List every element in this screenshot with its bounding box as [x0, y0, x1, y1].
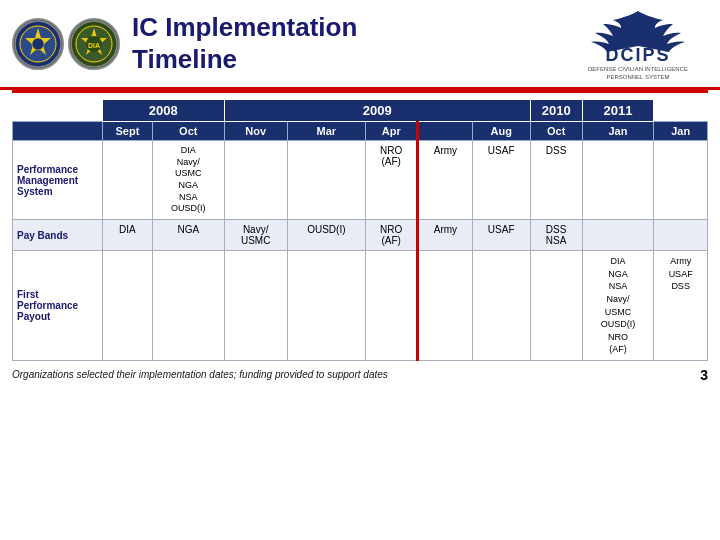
cell-perf-oct2: DSS [530, 141, 582, 220]
cell-fp-nov [224, 251, 287, 361]
row-performance-management: Performance Management System DIANavy/US… [13, 141, 708, 220]
year-2009: 2009 [224, 100, 530, 122]
cell-pay-sept: DIA [103, 220, 153, 251]
month-jan2011: Jan [654, 122, 708, 141]
svg-text:DCIPS: DCIPS [605, 45, 670, 65]
row-label-perf-mgmt: Performance Management System [13, 141, 103, 220]
cell-fp-jan2011: ArmyUSAFDSS [654, 251, 708, 361]
month-apr: Apr [366, 122, 418, 141]
cell-perf-nov [224, 141, 287, 220]
timeline-table-container: 2008 2009 2010 2011 Sept Oct Nov Mar Apr… [0, 93, 720, 363]
month-header-row: Sept Oct Nov Mar Apr Aug Oct Jan Jan [13, 122, 708, 141]
footer: Organizations selected their implementat… [0, 363, 720, 387]
cell-fp-oct [152, 251, 224, 361]
logos-area: DIA [12, 18, 122, 70]
year-header-row: 2008 2009 2010 2011 [13, 100, 708, 122]
cell-perf-jan2010 [582, 141, 654, 220]
month-jul [418, 122, 472, 141]
cell-fp-oct2 [530, 251, 582, 361]
cell-perf-sept [103, 141, 153, 220]
cell-pay-oct: NGA [152, 220, 224, 251]
dcips-emblem: DCIPS [573, 6, 703, 66]
svg-text:DIA: DIA [88, 42, 100, 49]
cell-perf-mar [287, 141, 365, 220]
month-jan2010: Jan [582, 122, 654, 141]
page-number: 3 [700, 367, 708, 383]
cell-perf-oct: DIANavy/USMCNGANSAOUSD(I) [152, 141, 224, 220]
cell-pay-mar: OUSD(I) [287, 220, 365, 251]
cell-perf-jan2011 [654, 141, 708, 220]
row-pay-bands: Pay Bands DIA NGA Navy/USMC OUSD(I) NRO(… [13, 220, 708, 251]
month-aug: Aug [472, 122, 530, 141]
cell-pay-nov: Navy/USMC [224, 220, 287, 251]
month-nov: Nov [224, 122, 287, 141]
label-col-header [13, 122, 103, 141]
cell-pay-jul: Army [418, 220, 472, 251]
cell-fp-jul [418, 251, 472, 361]
page-header: DIA IC Implementation Timeline DCIPS DEF… [0, 0, 720, 90]
timeline-table: 2008 2009 2010 2011 Sept Oct Nov Mar Apr… [12, 99, 708, 361]
month-oct: Oct [152, 122, 224, 141]
dcips-subtitle: DEFENSE CIVILIAN INTELLIGENCEPERSONNEL S… [588, 66, 688, 82]
cell-pay-apr: NRO(AF) [366, 220, 418, 251]
month-mar: Mar [287, 122, 365, 141]
logo-right: DIA [68, 18, 120, 70]
cell-pay-jan2010 [582, 220, 654, 251]
dcips-logo-area: DCIPS DEFENSE CIVILIAN INTELLIGENCEPERSO… [568, 6, 708, 82]
page-title: IC Implementation Timeline [132, 12, 568, 74]
cell-fp-apr [366, 251, 418, 361]
year-2010: 2010 [530, 100, 582, 122]
year-2008: 2008 [103, 100, 225, 122]
cell-fp-aug [472, 251, 530, 361]
cell-fp-sept [103, 251, 153, 361]
month-oct2: Oct [530, 122, 582, 141]
cell-pay-jan2011 [654, 220, 708, 251]
cell-fp-jan2010: DIANGANSANavy/USMCOUSD(I)NRO(AF) [582, 251, 654, 361]
cell-perf-jul: Army [418, 141, 472, 220]
cell-pay-aug: USAF [472, 220, 530, 251]
cell-pay-oct2: DSSNSA [530, 220, 582, 251]
row-label-first-payout: First Performance Payout [13, 251, 103, 361]
page-title-area: IC Implementation Timeline [122, 12, 568, 74]
svg-point-3 [32, 38, 44, 50]
cell-fp-mar [287, 251, 365, 361]
year-2011: 2011 [582, 100, 654, 122]
logo-left [12, 18, 64, 70]
row-first-payout: First Performance Payout DIANGANSANavy/U… [13, 251, 708, 361]
footer-text: Organizations selected their implementat… [12, 369, 388, 380]
empty-year-cell [13, 100, 103, 122]
month-sept: Sept [103, 122, 153, 141]
row-label-pay-bands: Pay Bands [13, 220, 103, 251]
cell-perf-aug: USAF [472, 141, 530, 220]
cell-perf-apr: NRO(AF) [366, 141, 418, 220]
